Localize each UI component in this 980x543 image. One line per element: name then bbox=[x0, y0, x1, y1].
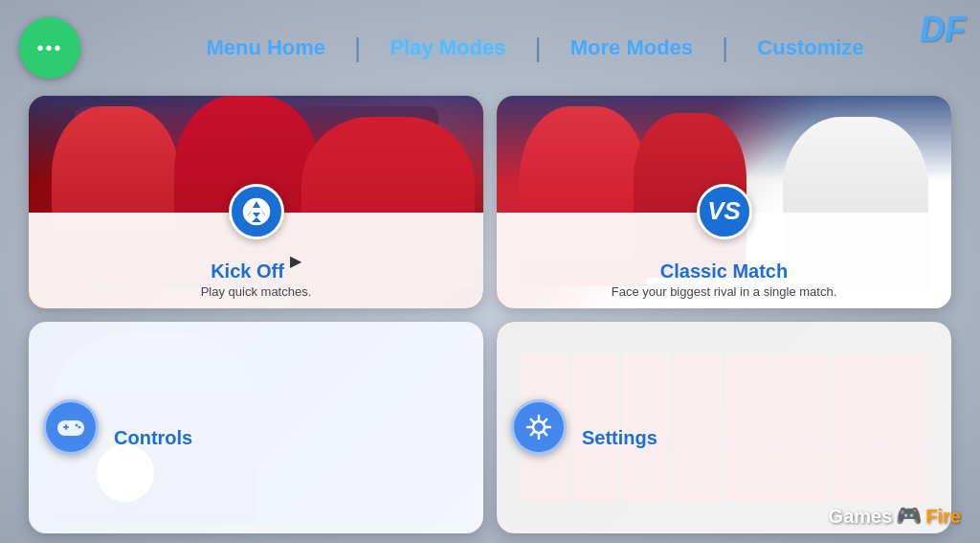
nav-links: Menu Home | Play Modes | More Modes | Cu… bbox=[109, 34, 961, 61]
nav-separator-1: | bbox=[354, 34, 361, 61]
controls-card[interactable]: Controls bbox=[29, 322, 483, 534]
settings-title: Settings bbox=[582, 427, 657, 449]
settings-icon-circle bbox=[511, 399, 567, 455]
nav-play-modes[interactable]: Play Modes bbox=[361, 35, 534, 60]
controls-info: Controls bbox=[29, 322, 483, 534]
settings-icon bbox=[523, 412, 554, 442]
nav-customize[interactable]: Customize bbox=[728, 35, 892, 60]
svg-line-19 bbox=[531, 432, 535, 436]
vs-icon: VS bbox=[707, 196, 741, 226]
kickoff-info: Kick Off ▶ Play quick matches. bbox=[29, 213, 483, 308]
classic-title: Classic Match bbox=[660, 260, 788, 283]
gamepad-icon bbox=[56, 415, 86, 440]
kickoff-title: Kick Off bbox=[211, 260, 284, 283]
svg-line-16 bbox=[531, 419, 535, 423]
controls-icon-circle bbox=[43, 399, 99, 455]
menu-button[interactable]: ••• bbox=[19, 17, 80, 79]
settings-info: Settings bbox=[497, 322, 951, 534]
classic-icon-circle: VS bbox=[697, 184, 752, 239]
kickoff-desc: Play quick matches. bbox=[201, 284, 312, 299]
kickoff-icon-circle bbox=[229, 184, 284, 239]
main-content: Kick Off ▶ Play quick matches. VS Classi… bbox=[19, 96, 961, 533]
svg-rect-8 bbox=[65, 424, 67, 430]
nav-separator-2: | bbox=[534, 34, 541, 61]
soccer-ball-icon bbox=[240, 195, 273, 228]
nav-separator-3: | bbox=[722, 34, 728, 61]
classic-card[interactable]: VS Classic Match Face your biggest rival… bbox=[497, 96, 951, 308]
classic-desc: Face your biggest rival in a single matc… bbox=[612, 284, 837, 299]
svg-line-17 bbox=[544, 432, 547, 436]
watermark-games: Games bbox=[829, 506, 893, 528]
classic-info: VS Classic Match Face your biggest rival… bbox=[497, 213, 951, 308]
svg-line-18 bbox=[544, 419, 547, 423]
menu-dots-icon: ••• bbox=[36, 37, 62, 59]
nav-bar: ••• Menu Home | Play Modes | More Modes … bbox=[0, 0, 980, 96]
settings-card[interactable]: Settings bbox=[497, 322, 951, 534]
nav-more-modes[interactable]: More Modes bbox=[542, 35, 722, 60]
watermark: Games 🎮 Fire bbox=[829, 504, 961, 529]
nav-menu-home[interactable]: Menu Home bbox=[177, 35, 354, 60]
watermark-fire: Fire bbox=[925, 506, 961, 528]
kickoff-card[interactable]: Kick Off ▶ Play quick matches. bbox=[29, 96, 483, 308]
svg-point-10 bbox=[78, 426, 81, 429]
svg-point-9 bbox=[76, 424, 78, 427]
controls-title: Controls bbox=[114, 427, 192, 449]
watermark-gamepad-icon: 🎮 bbox=[896, 504, 922, 529]
cursor-arrow: ▶ bbox=[290, 252, 301, 270]
